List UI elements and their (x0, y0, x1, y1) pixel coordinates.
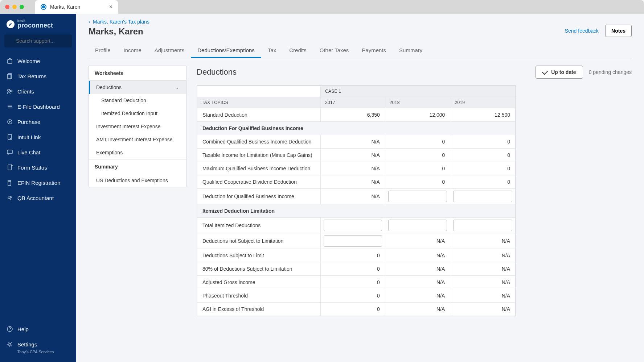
sidebar-item-help[interactable]: Help (0, 321, 76, 337)
value-cell[interactable]: N/A (450, 289, 516, 303)
value-cell[interactable]: N/A (321, 189, 385, 204)
value-cell[interactable]: N/A (450, 303, 516, 316)
year-header-2019: 2019 (450, 97, 516, 108)
tab-profile[interactable]: Profile (89, 43, 117, 58)
send-feedback-link[interactable]: Send feedback (565, 28, 599, 34)
value-cell[interactable]: 0 (321, 262, 385, 276)
value-cell[interactable]: N/A (385, 303, 450, 316)
value-cell[interactable]: 0 (450, 175, 516, 189)
value-cell[interactable]: 0 (385, 175, 450, 189)
brand-logo[interactable]: ✓ intuit proconnect (0, 14, 76, 34)
tab-summary[interactable]: Summary (393, 43, 429, 58)
worksheet-item-itemized-deduction-input[interactable]: Itemized Deduction Input (89, 107, 186, 120)
worksheet-item-investment-interest-expense[interactable]: Investment Interest Expense (89, 120, 186, 133)
value-cell[interactable]: N/A (385, 233, 450, 249)
value-cell[interactable]: N/A (321, 175, 385, 189)
value-input[interactable] (388, 191, 447, 202)
tab-adjustments[interactable]: Adjustments (148, 43, 191, 58)
value-cell[interactable]: 0 (450, 149, 516, 162)
value-cell[interactable]: 0 (450, 135, 516, 149)
close-tab-icon[interactable]: × (109, 4, 112, 10)
settings-icon (7, 341, 13, 348)
value-input[interactable] (453, 191, 512, 202)
maximize-window-icon[interactable] (20, 5, 24, 9)
worksheet-item-label: Investment Interest Expense (96, 124, 160, 129)
tab-payments[interactable]: Payments (355, 43, 393, 58)
value-cell[interactable]: 0 (450, 162, 516, 175)
worksheet-item-standard-deduction[interactable]: Standard Deduction (89, 94, 186, 107)
worksheet-item-label: Exemptions (96, 150, 123, 155)
worksheet-item-amt-investment-interest-expense[interactable]: AMT Investment Interest Expense (89, 133, 186, 146)
summary-header: Summary (89, 159, 186, 174)
topic-cell: Deductions Subject to Limit (197, 249, 321, 262)
value-cell[interactable]: 0 (321, 276, 385, 289)
search-input[interactable] (4, 34, 72, 47)
tab-other-taxes[interactable]: Other Taxes (313, 43, 356, 58)
value-input[interactable] (324, 220, 382, 231)
table-row: Total Itemized Deductions (197, 218, 516, 233)
topic-header: TAX TOPICS (197, 97, 321, 108)
value-input[interactable] (388, 220, 447, 231)
value-cell[interactable]: N/A (450, 249, 516, 262)
sidebar-item-intuit-link[interactable]: Intuit Link (0, 129, 76, 145)
sidebar-item-efin-registration[interactable]: EFIN Registration (0, 175, 76, 190)
close-window-icon[interactable] (5, 5, 9, 9)
tab-income[interactable]: Income (117, 43, 148, 58)
value-cell[interactable]: N/A (450, 262, 516, 276)
value-cell[interactable]: N/A (321, 135, 385, 149)
value-cell[interactable]: N/A (321, 162, 385, 175)
value-cell[interactable]: 6,350 (321, 108, 385, 122)
sidebar-item-clients[interactable]: Clients (0, 84, 76, 99)
breadcrumb-back[interactable]: ‹ Marks, Karen's Tax plans (89, 19, 632, 25)
section-row: Itemized Deduction Limitation (197, 204, 516, 218)
brand-badge-icon: ✓ (7, 20, 15, 28)
sidebar-item-tax-returns[interactable]: Tax Returns (0, 68, 76, 84)
sidebar-item-e-file-dashboard[interactable]: E-File Dashboard (0, 99, 76, 114)
value-cell[interactable]: 0 (385, 162, 450, 175)
value-cell[interactable]: N/A (450, 276, 516, 289)
worksheet-item-label: Deductions (96, 84, 122, 90)
value-cell[interactable]: 0 (385, 149, 450, 162)
svg-rect-7 (7, 150, 12, 154)
sidebar-item-qb-accountant[interactable]: QB Accountant (0, 190, 76, 205)
check-icon (542, 68, 548, 75)
sidebar-item-live-chat[interactable]: Live Chat (0, 145, 76, 160)
table-row: Deduction for Qualified Business IncomeN… (197, 189, 516, 204)
value-cell[interactable]: N/A (385, 276, 450, 289)
value-input[interactable] (324, 235, 382, 247)
value-cell[interactable]: 0 (321, 249, 385, 262)
sidebar-item-label: Help (17, 326, 29, 332)
svg-rect-0 (8, 60, 12, 63)
sidebar-item-form-status[interactable]: Form Status (0, 160, 76, 175)
minimize-window-icon[interactable] (12, 5, 17, 9)
value-cell[interactable]: 12,000 (385, 108, 450, 122)
value-input[interactable] (453, 220, 512, 231)
value-cell (450, 189, 516, 204)
value-cell[interactable]: N/A (385, 262, 450, 276)
value-cell (385, 189, 450, 204)
notes-button[interactable]: Notes (605, 25, 632, 37)
summary-item[interactable]: US Deductions and Exemptions (89, 174, 186, 187)
value-cell[interactable]: 0 (321, 289, 385, 303)
up-to-date-button[interactable]: Up to date (536, 66, 583, 79)
value-cell[interactable]: 0 (321, 303, 385, 316)
worksheet-item-deductions[interactable]: Deductions⌄ (89, 81, 186, 94)
sidebar-item-welcome[interactable]: Welcome (0, 53, 76, 68)
value-cell[interactable]: N/A (385, 289, 450, 303)
sidebar-item-purchase[interactable]: Purchase (0, 114, 76, 129)
value-cell[interactable]: N/A (450, 233, 516, 249)
value-cell[interactable]: N/A (321, 149, 385, 162)
tab-deductions-exemptions[interactable]: Deductions/Exemptions (191, 43, 261, 58)
chevron-left-icon: ‹ (89, 19, 90, 24)
value-cell[interactable]: N/A (385, 249, 450, 262)
tab-credits[interactable]: Credits (283, 43, 313, 58)
purchase-icon (7, 118, 13, 125)
worksheet-item-exemptions[interactable]: Exemptions (89, 146, 186, 159)
table-row: Taxable Income for Limitation (Minus Cap… (197, 149, 516, 162)
value-cell[interactable]: 12,500 (450, 108, 516, 122)
browser-tab[interactable]: Marks, Karen × (35, 0, 118, 14)
value-cell[interactable]: 0 (385, 135, 450, 149)
tab-tax[interactable]: Tax (261, 43, 283, 58)
sidebar-item-label: Clients (17, 88, 34, 95)
table-row: Combined Qualified Business Income Deduc… (197, 135, 516, 149)
